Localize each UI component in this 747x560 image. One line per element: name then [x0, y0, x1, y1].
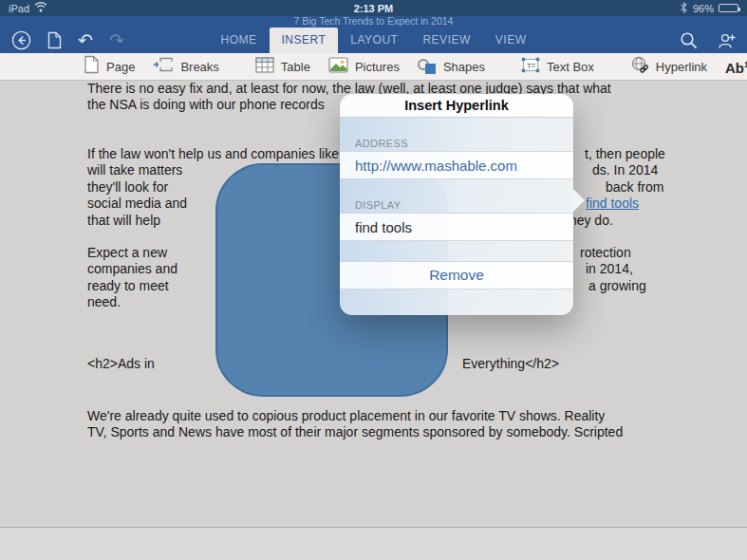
- footnote-button[interactable]: Ab1 Footnote: [725, 58, 747, 75]
- status-bar: iPad 2:13 PM 96%: [0, 0, 747, 16]
- tab-layout[interactable]: LAYOUT: [338, 28, 410, 53]
- doc-line: that will help: [87, 213, 160, 228]
- doc-line: a growing: [588, 278, 646, 293]
- pictures-icon: [328, 57, 348, 77]
- below-page-area: [0, 528, 747, 560]
- textbox-button[interactable]: T Text Box: [521, 57, 594, 77]
- popover-arrow: [573, 189, 585, 212]
- svg-text:T: T: [527, 61, 532, 69]
- doc-line: ready to meet: [87, 278, 169, 293]
- doc-line: they'll look for: [87, 179, 168, 195]
- shapes-icon: [418, 58, 437, 75]
- insert-hyperlink-popover: Insert Hyperlink ADDRESS http://www.mash…: [340, 94, 573, 315]
- popover-title: Insert Hyperlink: [340, 94, 573, 118]
- breaks-icon: [153, 56, 174, 77]
- table-button[interactable]: Table: [255, 57, 310, 77]
- hyperlink-icon: [630, 56, 649, 78]
- display-section-label: DISPLAY: [340, 195, 573, 211]
- breaks-label: Breaks: [180, 60, 218, 74]
- page-button[interactable]: Page: [84, 55, 135, 78]
- remove-button[interactable]: Remove: [340, 261, 573, 289]
- tab-view[interactable]: VIEW: [483, 28, 539, 53]
- doc-line: If the law won't help us and companies l…: [87, 146, 339, 161]
- tab-review[interactable]: REVIEW: [410, 28, 482, 53]
- app-navbar: ↶ ↷ HOME INSERT LAYOUT REVIEW VIEW: [0, 28, 747, 53]
- document-title: 7 Big Tech Trends to Expect in 2014: [0, 16, 747, 28]
- doc-line: in 2014,: [586, 261, 633, 276]
- textbox-label: Text Box: [547, 60, 594, 74]
- pictures-label: Pictures: [355, 60, 400, 74]
- battery-icon: [719, 4, 738, 12]
- find-tools-hyperlink[interactable]: find tools: [586, 196, 639, 211]
- pictures-button[interactable]: Pictures: [328, 57, 400, 77]
- doc-line: t, then people: [585, 146, 665, 161]
- doc-line: Everything</h2>: [462, 356, 559, 371]
- ribbon-tabs: HOME INSERT LAYOUT REVIEW VIEW: [0, 28, 747, 53]
- doc-line: social media and: [87, 196, 187, 211]
- table-label: Table: [281, 60, 310, 74]
- clock: 2:13 PM: [0, 3, 747, 14]
- tab-insert[interactable]: INSERT: [270, 28, 339, 53]
- doc-line: need.: [87, 294, 121, 309]
- doc-line: will take matters: [87, 162, 182, 177]
- doc-line: <h2>Ads in: [87, 356, 155, 371]
- shapes-button[interactable]: Shapes: [418, 58, 485, 75]
- doc-line: We're already quite used to copious prod…: [87, 408, 605, 423]
- tab-home[interactable]: HOME: [209, 28, 270, 53]
- footnote-icon: Ab1: [725, 58, 747, 75]
- doc-line: the NSA is doing with our phone records: [87, 97, 325, 112]
- doc-line: back from: [606, 179, 663, 195]
- doc-line: Expect a new: [87, 245, 167, 260]
- doc-line: ds. In 2014: [592, 162, 658, 177]
- breaks-button[interactable]: Breaks: [153, 56, 218, 77]
- page-label: Page: [106, 60, 135, 74]
- add-people-button[interactable]: [717, 32, 736, 49]
- hyperlink-button[interactable]: Hyperlink: [630, 56, 707, 78]
- hyperlink-label: Hyperlink: [656, 60, 707, 74]
- shapes-label: Shapes: [443, 60, 485, 74]
- textbox-icon: T: [521, 57, 540, 77]
- doc-line: rotection: [580, 245, 631, 260]
- search-button[interactable]: [680, 31, 698, 49]
- display-field[interactable]: find tools: [340, 213, 573, 241]
- table-icon: [255, 57, 274, 77]
- doc-line: TV, Sports and News have most of their m…: [87, 424, 623, 439]
- page-icon: [84, 55, 100, 78]
- insert-ribbon: Page Breaks Table Pictures Shapes T Text…: [0, 53, 747, 81]
- doc-line: companies and: [87, 261, 177, 276]
- address-field[interactable]: http://www.mashable.com: [340, 151, 573, 179]
- address-section-label: ADDRESS: [340, 133, 573, 149]
